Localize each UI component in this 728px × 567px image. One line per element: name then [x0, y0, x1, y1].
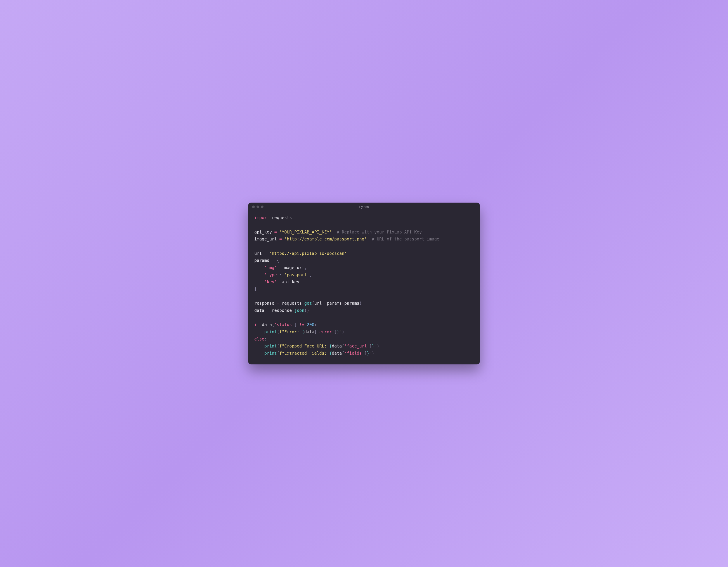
code-token: 'YOUR_PIXLAB_API_KEY': [279, 230, 332, 234]
code-line: data = response.json(): [254, 307, 474, 314]
window-title: Python: [359, 205, 369, 209]
code-token: requests: [272, 215, 292, 220]
code-token: 'https://api.pixlab.io/docscan': [269, 251, 347, 256]
code-token: ": [369, 351, 372, 355]
code-token: params: [344, 301, 359, 305]
code-line: response = requests.get(url, params=para…: [254, 300, 474, 307]
code-line: [254, 243, 474, 250]
code-token: =: [279, 237, 284, 241]
code-token: ): [342, 329, 344, 334]
code-token: [332, 230, 337, 234]
code-token: (: [277, 329, 279, 334]
code-token: 'status': [274, 322, 295, 327]
code-token: 'fields': [344, 351, 364, 355]
code-token: [254, 329, 264, 334]
code-token: [254, 343, 264, 348]
code-token: else: [254, 336, 264, 341]
code-token: (: [277, 351, 279, 355]
code-line: print(f"Error: {data['error']}"): [254, 328, 474, 335]
code-token: 200: [307, 322, 314, 327]
code-token: data: [262, 322, 272, 327]
code-token: f"Error:: [279, 329, 302, 334]
code-token: }: [337, 329, 339, 334]
code-token: data: [254, 308, 267, 313]
code-token: if: [254, 322, 262, 327]
code-token: ": [374, 343, 377, 348]
code-token: =: [267, 308, 272, 313]
code-token: ): [359, 301, 362, 305]
code-token: (: [312, 301, 314, 305]
code-window: Python import requests api_key = 'YOUR_P…: [248, 203, 480, 364]
code-token: 'key': [264, 280, 277, 284]
code-token: :: [264, 336, 267, 341]
code-token: ]: [294, 322, 299, 327]
code-line: print(f"Extracted Fields: {data['fields'…: [254, 350, 474, 357]
code-token: 'error': [317, 329, 334, 334]
code-token: ,: [309, 273, 312, 277]
code-token: [: [342, 351, 344, 355]
code-token: params: [254, 258, 272, 263]
code-token: [254, 351, 264, 355]
code-token: ]: [364, 351, 367, 355]
code-token: url: [314, 301, 322, 305]
code-token: [: [272, 322, 274, 327]
code-line: import requests: [254, 214, 474, 221]
code-token: url: [254, 251, 264, 256]
code-token: api_key: [254, 230, 274, 234]
code-line: else:: [254, 335, 474, 343]
code-token: =: [342, 301, 344, 305]
code-token: image_url: [282, 265, 304, 270]
code-token: }: [254, 286, 257, 291]
code-token: f"Cropped Face URL:: [279, 343, 329, 348]
code-token: [254, 280, 264, 284]
code-line: api_key = 'YOUR_PIXLAB_API_KEY' # Replac…: [254, 229, 474, 236]
code-token: }: [367, 351, 369, 355]
code-token: (): [304, 308, 309, 313]
code-token: json: [294, 308, 304, 313]
code-line: params = {: [254, 257, 474, 264]
code-token: get: [304, 301, 312, 305]
code-token: ,: [304, 265, 307, 270]
code-line: if data['status'] != 200:: [254, 321, 474, 328]
traffic-lights: [252, 206, 263, 208]
code-line: image_url = 'http://example.com/passport…: [254, 236, 474, 243]
code-token: f"Extracted Fields:: [279, 351, 329, 355]
code-token: data: [304, 329, 314, 334]
code-token: :: [277, 265, 282, 270]
code-token: =: [277, 301, 282, 305]
minimize-icon[interactable]: [257, 206, 259, 208]
code-token: # URL of the passport image: [372, 237, 439, 241]
code-token: 'type': [264, 273, 279, 277]
code-token: {: [329, 351, 332, 355]
code-token: =: [264, 251, 269, 256]
code-line: 'img': image_url,: [254, 264, 474, 271]
code-token: .: [292, 308, 294, 313]
code-token: 'img': [264, 265, 277, 270]
code-token: (: [277, 343, 279, 348]
code-line: [254, 221, 474, 229]
code-area[interactable]: import requests api_key = 'YOUR_PIXLAB_A…: [248, 211, 480, 364]
code-token: data: [332, 351, 342, 355]
code-token: 'face_url': [344, 343, 369, 348]
code-token: response: [254, 301, 277, 305]
code-token: api_key: [282, 280, 299, 284]
code-token: =: [274, 230, 279, 234]
code-token: ": [339, 329, 342, 334]
code-line: [254, 314, 474, 321]
code-token: [254, 265, 264, 270]
code-token: data: [332, 343, 342, 348]
code-token: requests: [282, 301, 302, 305]
code-token: ): [377, 343, 379, 348]
code-token: {: [277, 258, 279, 263]
code-token: :: [279, 273, 284, 277]
code-line: print(f"Cropped Face URL: {data['face_ur…: [254, 342, 474, 350]
code-token: :: [277, 280, 282, 284]
code-token: print: [264, 329, 277, 334]
code-line: 'type': 'passport',: [254, 271, 474, 279]
close-icon[interactable]: [252, 206, 255, 208]
titlebar: Python: [248, 203, 480, 211]
code-token: ,: [322, 301, 327, 305]
zoom-icon[interactable]: [261, 206, 263, 208]
code-token: [367, 237, 372, 241]
code-line: }: [254, 285, 474, 293]
